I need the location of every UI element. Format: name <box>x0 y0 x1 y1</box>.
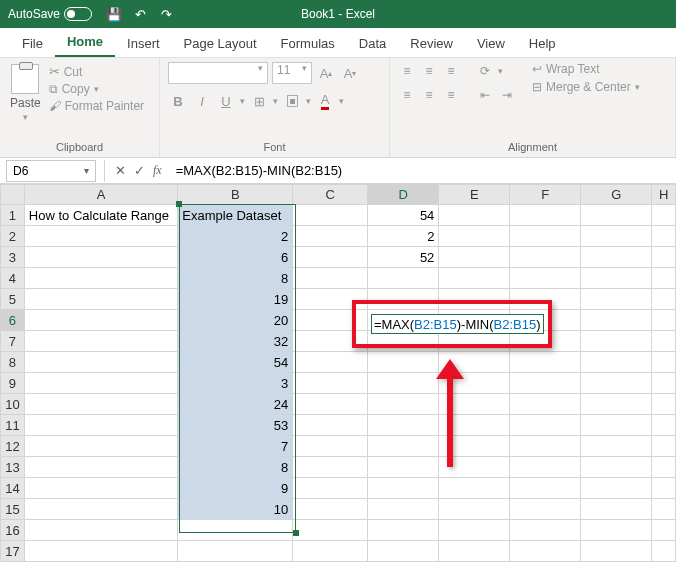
bold-button[interactable]: B <box>168 90 188 112</box>
cell[interactable] <box>510 520 581 541</box>
row-header[interactable]: 9 <box>1 373 25 394</box>
cell[interactable] <box>24 436 177 457</box>
merge-center-button[interactable]: ⊟Merge & Center▾ <box>532 80 640 94</box>
autosave-toggle[interactable]: AutoSave <box>8 7 92 21</box>
cell[interactable] <box>652 373 676 394</box>
cell[interactable] <box>510 499 581 520</box>
cell[interactable] <box>581 268 652 289</box>
cell[interactable] <box>368 268 439 289</box>
cell[interactable] <box>510 268 581 289</box>
cell[interactable] <box>293 226 368 247</box>
underline-button[interactable]: U <box>216 90 236 112</box>
cell[interactable] <box>510 394 581 415</box>
row-header[interactable]: 10 <box>1 394 25 415</box>
cell[interactable] <box>581 394 652 415</box>
cell[interactable] <box>510 226 581 247</box>
row-header[interactable]: 7 <box>1 331 25 352</box>
cell[interactable] <box>581 415 652 436</box>
cell[interactable] <box>581 247 652 268</box>
cell[interactable] <box>293 247 368 268</box>
cell[interactable] <box>510 457 581 478</box>
row-header[interactable]: 17 <box>1 541 25 562</box>
cell[interactable] <box>652 289 676 310</box>
tab-insert[interactable]: Insert <box>115 30 172 57</box>
cell[interactable] <box>293 478 368 499</box>
cell[interactable]: 8 <box>178 457 293 478</box>
cell[interactable] <box>510 415 581 436</box>
fill-color-button[interactable]: 🞕 <box>282 90 302 112</box>
cell[interactable] <box>510 205 581 226</box>
cell[interactable]: 19 <box>178 289 293 310</box>
cell[interactable] <box>581 331 652 352</box>
save-icon[interactable]: 💾 <box>106 6 122 22</box>
cell[interactable]: How to Calculate Range <box>24 205 177 226</box>
cell[interactable] <box>581 520 652 541</box>
paste-button[interactable]: Paste ▾ <box>8 62 43 139</box>
cell[interactable] <box>293 499 368 520</box>
cell[interactable] <box>293 415 368 436</box>
copy-button[interactable]: ⧉Copy▾ <box>49 82 144 96</box>
cell[interactable] <box>581 373 652 394</box>
col-header[interactable]: B <box>178 185 293 205</box>
cell[interactable] <box>652 205 676 226</box>
tab-formulas[interactable]: Formulas <box>269 30 347 57</box>
fx-icon[interactable]: fx <box>153 163 162 178</box>
cell[interactable] <box>368 457 439 478</box>
cell[interactable] <box>293 205 368 226</box>
cell[interactable] <box>178 520 293 541</box>
cell[interactable] <box>652 310 676 331</box>
cell[interactable]: 2 <box>368 226 439 247</box>
font-color-button[interactable]: A <box>315 90 335 112</box>
cell[interactable] <box>24 520 177 541</box>
cell[interactable] <box>510 436 581 457</box>
cell[interactable] <box>368 520 439 541</box>
align-right-button[interactable]: ≡ <box>442 86 460 104</box>
cell[interactable] <box>293 373 368 394</box>
tab-file[interactable]: File <box>10 30 55 57</box>
row-header[interactable]: 4 <box>1 268 25 289</box>
row-header[interactable]: 14 <box>1 478 25 499</box>
cell[interactable] <box>439 247 510 268</box>
cell[interactable] <box>24 541 177 562</box>
cell[interactable]: Example Dataset <box>178 205 293 226</box>
cell[interactable] <box>581 226 652 247</box>
cell[interactable] <box>368 499 439 520</box>
cell[interactable] <box>293 541 368 562</box>
cell[interactable] <box>652 394 676 415</box>
name-box[interactable]: D6 ▾ <box>6 160 96 182</box>
tab-data[interactable]: Data <box>347 30 398 57</box>
row-header[interactable]: 1 <box>1 205 25 226</box>
cell[interactable]: 10 <box>178 499 293 520</box>
cell[interactable] <box>24 394 177 415</box>
cut-button[interactable]: ✂Cut <box>49 64 144 79</box>
cell[interactable] <box>439 520 510 541</box>
selection-handle[interactable] <box>293 530 299 536</box>
wrap-text-button[interactable]: ↩Wrap Text <box>532 62 640 76</box>
align-middle-button[interactable]: ≡ <box>420 62 438 80</box>
row-header[interactable]: 5 <box>1 289 25 310</box>
cell[interactable] <box>581 499 652 520</box>
cell[interactable] <box>652 415 676 436</box>
col-header[interactable]: C <box>293 185 368 205</box>
cell[interactable] <box>581 352 652 373</box>
cell[interactable] <box>24 289 177 310</box>
format-painter-button[interactable]: 🖌Format Painter <box>49 99 144 113</box>
increase-indent-button[interactable]: ⇥ <box>498 86 516 104</box>
cell[interactable] <box>24 478 177 499</box>
cell[interactable]: 9 <box>178 478 293 499</box>
row-header[interactable]: 16 <box>1 520 25 541</box>
cell[interactable] <box>24 310 177 331</box>
undo-icon[interactable]: ↶ <box>132 6 148 22</box>
cell[interactable] <box>24 352 177 373</box>
cell[interactable]: 3 <box>178 373 293 394</box>
cell[interactable] <box>581 205 652 226</box>
cell[interactable] <box>293 436 368 457</box>
select-all-corner[interactable] <box>1 185 25 205</box>
cell[interactable] <box>581 436 652 457</box>
cell[interactable] <box>24 457 177 478</box>
cell[interactable] <box>24 268 177 289</box>
cell[interactable]: 54 <box>178 352 293 373</box>
cell[interactable] <box>368 373 439 394</box>
cancel-button[interactable]: ✕ <box>115 163 126 178</box>
cell[interactable]: 53 <box>178 415 293 436</box>
